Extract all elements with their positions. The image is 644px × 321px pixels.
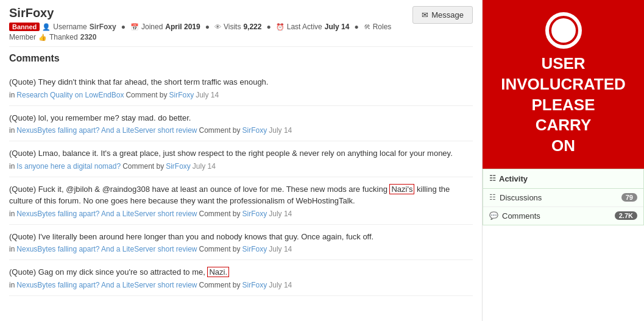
highlighted-word: Nazi.	[207, 267, 229, 277]
comment-thread-link[interactable]: NexusBytes falling apart? And a LiteServ…	[16, 245, 197, 253]
comment-item: (Quote) lol, you remember me? stay mad. …	[9, 106, 473, 142]
banned-image: USER INVOLUCRATED PLEASE CARRY ON	[483, 0, 644, 169]
visits-icon: 👁	[214, 23, 221, 30]
username-value: SirFoxy	[90, 23, 116, 31]
commenter-link[interactable]: SirFoxy	[242, 245, 267, 253]
comment-date: July 14	[269, 210, 292, 218]
thanked-label: Thanked	[49, 33, 78, 41]
comments-count: 2.7K	[615, 211, 637, 220]
username-label: Username	[53, 23, 87, 31]
right-panel: USER INVOLUCRATED PLEASE CARRY ON ☷ Acti…	[483, 0, 644, 321]
comment-meta: in Is anyone here a digital nomad? Comme…	[9, 162, 473, 171]
banned-line5: ON	[551, 136, 575, 157]
comment-meta: in Research Quality on LowEndBox Comment…	[9, 91, 473, 99]
comment-date: July 14	[269, 126, 292, 135]
discussions-icon: ☷	[489, 193, 496, 202]
comment-meta: in NexusBytes falling apart? And a LiteS…	[9, 126, 473, 135]
banned-badge: Banned	[9, 23, 40, 31]
activity-grid-icon: ☷	[489, 174, 496, 183]
visits-label: Visits	[224, 23, 241, 31]
message-icon: ✉	[422, 10, 428, 19]
comment-text: (Quote) Fuck it, @jbiloh & @raindog308 h…	[9, 183, 473, 207]
highlighted-word: Nazi's	[389, 184, 414, 194]
activity-discussions-item[interactable]: ☷ Discussions 79	[483, 189, 643, 207]
comment-item: (Quote) They didn't think that far ahead…	[9, 70, 473, 106]
main-content: SirFoxy Banned 👤 Username SirFoxy ● 📅 Jo…	[0, 0, 483, 321]
comment-thread-link[interactable]: Is anyone here a digital nomad?	[16, 162, 121, 171]
last-active-label: Last Active	[287, 23, 322, 31]
comment-thread-link[interactable]: NexusBytes falling apart? And a LiteServ…	[16, 281, 197, 289]
banned-line4: CARRY	[536, 115, 591, 136]
member-line: Member 👍 Thanked 2320	[9, 33, 391, 41]
comment-text: (Quote) Gag on my dick since you're so a…	[9, 266, 473, 278]
activity-comments-item[interactable]: 💬 Comments 2.7K	[483, 207, 643, 225]
joined-value: April 2019	[165, 23, 200, 31]
banned-circle-icon	[545, 12, 582, 49]
profile-header: SirFoxy Banned 👤 Username SirFoxy ● 📅 Jo…	[9, 6, 473, 47]
comment-meta: in NexusBytes falling apart? And a LiteS…	[9, 210, 473, 218]
visits-value: 9,222	[243, 23, 261, 31]
profile-meta: Banned 👤 Username SirFoxy ● 📅 Joined Apr…	[9, 23, 391, 31]
thumbs-icon: 👍	[38, 34, 47, 41]
activity-comments-left: 💬 Comments	[489, 211, 540, 220]
commenter-link[interactable]: SirFoxy	[242, 126, 267, 135]
comment-item: (Quote) Gag on my dick since you're so a…	[9, 260, 473, 296]
profile-username: SirFoxy	[9, 6, 391, 20]
message-label: Message	[431, 10, 464, 19]
discussions-label: Discussions	[500, 193, 542, 202]
joined-icon: 📅	[130, 23, 139, 31]
comment-date: July 14	[269, 245, 292, 253]
activity-discussions-left: ☷ Discussions	[489, 193, 542, 202]
banned-line3: PLEASE	[531, 95, 595, 116]
comment-item: (Quote) Lmao, balance it. It's a great p…	[9, 141, 473, 177]
thanked-value: 2320	[80, 33, 97, 41]
roles-label: Roles	[373, 23, 392, 31]
comment-text: (Quote) I've literally been around here …	[9, 231, 473, 243]
banned-line1: USER	[541, 54, 585, 74]
activity-header: ☷ Activity	[483, 169, 643, 189]
comment-meta: in NexusBytes falling apart? And a LiteS…	[9, 281, 473, 289]
comment-date: July 14	[269, 281, 292, 289]
comment-text: (Quote) Lmao, balance it. It's a great p…	[9, 147, 473, 160]
joined-label: Joined	[141, 23, 163, 31]
comments-label: Comments	[502, 211, 540, 220]
activity-panel: ☷ Activity ☷ Discussions 79 💬 Comments 2…	[483, 169, 644, 225]
commenter-link[interactable]: SirFoxy	[242, 281, 267, 289]
comments-icon: 💬	[489, 211, 498, 220]
comments-section-title: Comments	[9, 53, 473, 64]
banned-line2: INVOLUCRATED	[501, 74, 626, 95]
comment-thread-link[interactable]: NexusBytes falling apart? And a LiteServ…	[16, 126, 197, 135]
last-active-icon: ⏰	[276, 23, 285, 31]
comment-meta: in NexusBytes falling apart? And a LiteS…	[9, 245, 473, 253]
commenter-link[interactable]: SirFoxy	[169, 91, 194, 99]
message-button[interactable]: ✉ Message	[412, 6, 473, 24]
banned-circle-inner	[551, 18, 576, 43]
comment-thread-link[interactable]: Research Quality on LowEndBox	[16, 91, 124, 99]
commenter-link[interactable]: SirFoxy	[166, 162, 191, 171]
comment-text: (Quote) They didn't think that far ahead…	[9, 76, 473, 88]
user-icon: 👤	[42, 23, 51, 31]
roles-icon: 🛠	[364, 23, 370, 30]
comment-date: July 14	[193, 162, 216, 171]
activity-header-label: Activity	[499, 174, 528, 183]
commenter-link[interactable]: SirFoxy	[242, 210, 267, 218]
discussions-count: 79	[621, 193, 637, 202]
comment-text: (Quote) lol, you remember me? stay mad. …	[9, 112, 473, 124]
comment-item: (Quote) I've literally been around here …	[9, 225, 473, 261]
comment-thread-link[interactable]: NexusBytes falling apart? And a LiteServ…	[16, 210, 197, 218]
comment-date: July 14	[196, 91, 219, 99]
member-label: Member	[9, 33, 36, 41]
last-active-value: July 14	[325, 23, 350, 31]
comment-item: (Quote) Fuck it, @jbiloh & @raindog308 h…	[9, 177, 473, 225]
profile-left: SirFoxy Banned 👤 Username SirFoxy ● 📅 Jo…	[9, 6, 391, 41]
